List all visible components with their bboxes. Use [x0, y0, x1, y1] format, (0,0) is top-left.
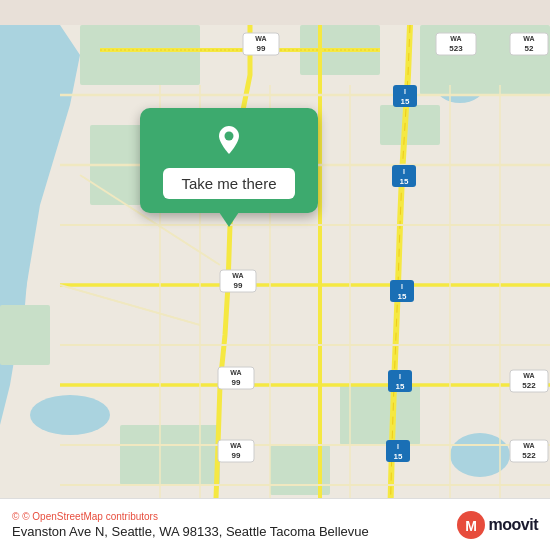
svg-rect-10: [380, 105, 440, 145]
address-text: Evanston Ave N, Seattle, WA 98133, Seatt…: [12, 524, 369, 539]
map-container: WA 99 WA 99 WA 99 WA 99 WA 523 WA 522 WA…: [0, 0, 550, 550]
location-popup: Take me there: [140, 108, 318, 213]
map-background: WA 99 WA 99 WA 99 WA 99 WA 523 WA 522 WA…: [0, 0, 550, 550]
svg-text:WA: WA: [523, 372, 534, 379]
moovit-logo: M moovit: [457, 511, 538, 539]
svg-text:I: I: [397, 443, 399, 450]
svg-text:WA: WA: [230, 369, 241, 376]
svg-text:I: I: [404, 88, 406, 95]
svg-text:15: 15: [401, 97, 410, 106]
bottom-bar: © © OpenStreetMap contributors Evanston …: [0, 498, 550, 550]
svg-point-5: [30, 395, 110, 435]
svg-text:15: 15: [400, 177, 409, 186]
svg-text:WA: WA: [255, 35, 266, 42]
svg-rect-13: [120, 425, 220, 485]
take-me-there-button[interactable]: Take me there: [163, 168, 294, 199]
svg-text:15: 15: [394, 452, 403, 461]
svg-text:WA: WA: [450, 35, 461, 42]
svg-point-4: [450, 433, 510, 477]
svg-text:I: I: [401, 283, 403, 290]
svg-text:52: 52: [525, 44, 534, 53]
svg-rect-6: [80, 25, 200, 85]
svg-text:I: I: [399, 373, 401, 380]
address-section: © © OpenStreetMap contributors Evanston …: [12, 511, 369, 539]
svg-text:99: 99: [257, 44, 266, 53]
svg-text:522: 522: [522, 381, 536, 390]
svg-text:99: 99: [232, 378, 241, 387]
svg-text:WA: WA: [523, 442, 534, 449]
svg-text:WA: WA: [523, 35, 534, 42]
svg-text:15: 15: [396, 382, 405, 391]
moovit-icon: M: [457, 511, 485, 539]
svg-text:M: M: [465, 518, 477, 534]
svg-text:99: 99: [234, 281, 243, 290]
svg-text:522: 522: [522, 451, 536, 460]
svg-rect-12: [340, 385, 420, 445]
moovit-brand-name: moovit: [489, 516, 538, 534]
svg-text:523: 523: [449, 44, 463, 53]
svg-text:WA: WA: [232, 272, 243, 279]
svg-text:I: I: [403, 168, 405, 175]
copyright-symbol: ©: [12, 511, 19, 522]
svg-rect-11: [0, 305, 50, 365]
location-pin-icon: [210, 122, 248, 160]
svg-point-74: [225, 132, 234, 141]
svg-text:99: 99: [232, 451, 241, 460]
svg-text:15: 15: [398, 292, 407, 301]
svg-text:WA: WA: [230, 442, 241, 449]
osm-credit: © © OpenStreetMap contributors: [12, 511, 369, 522]
